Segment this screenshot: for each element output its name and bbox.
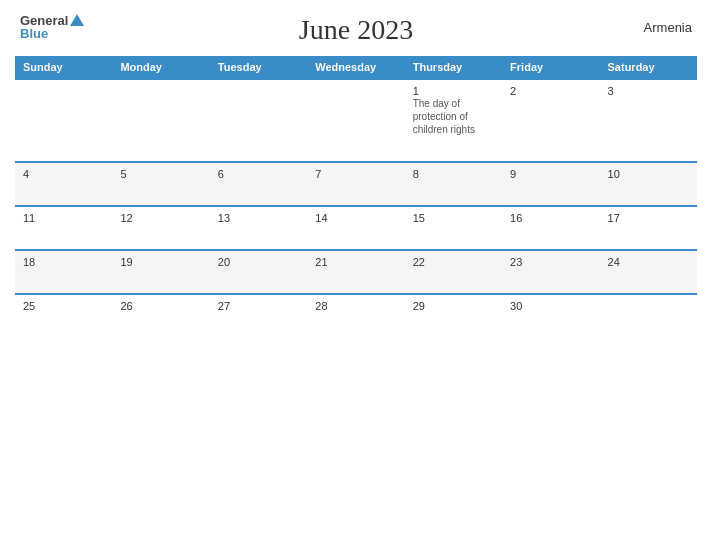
calendar-week-row: 45678910 <box>15 162 697 206</box>
calendar-day-cell: 30 <box>502 294 599 337</box>
header-friday: Friday <box>502 56 599 79</box>
header-tuesday: Tuesday <box>210 56 307 79</box>
day-number: 12 <box>120 212 201 224</box>
calendar-day-cell: 24 <box>600 250 697 294</box>
calendar-day-cell: 2 <box>502 79 599 162</box>
header-saturday: Saturday <box>600 56 697 79</box>
day-number: 25 <box>23 300 104 312</box>
day-number: 26 <box>120 300 201 312</box>
calendar-day-cell: 6 <box>210 162 307 206</box>
calendar-day-cell <box>210 79 307 162</box>
day-number: 4 <box>23 168 104 180</box>
calendar-day-cell <box>600 294 697 337</box>
calendar-week-row: 252627282930 <box>15 294 697 337</box>
calendar-day-cell <box>15 79 112 162</box>
calendar-day-cell: 4 <box>15 162 112 206</box>
calendar-day-cell: 25 <box>15 294 112 337</box>
day-number: 6 <box>218 168 299 180</box>
day-number: 30 <box>510 300 591 312</box>
day-number: 29 <box>413 300 494 312</box>
day-number: 11 <box>23 212 104 224</box>
calendar-day-cell <box>112 79 209 162</box>
logo-blue-text: Blue <box>20 27 84 40</box>
header-sunday: Sunday <box>15 56 112 79</box>
day-number: 8 <box>413 168 494 180</box>
calendar-day-cell: 29 <box>405 294 502 337</box>
calendar-day-cell: 9 <box>502 162 599 206</box>
calendar-day-cell: 14 <box>307 206 404 250</box>
calendar-day-cell: 11 <box>15 206 112 250</box>
day-number: 13 <box>218 212 299 224</box>
calendar-day-cell: 1The day of protection of children right… <box>405 79 502 162</box>
calendar-day-cell: 28 <box>307 294 404 337</box>
calendar-day-cell: 10 <box>600 162 697 206</box>
calendar-day-cell: 27 <box>210 294 307 337</box>
calendar-day-cell: 20 <box>210 250 307 294</box>
day-number: 3 <box>608 85 689 97</box>
day-number: 15 <box>413 212 494 224</box>
calendar-day-cell <box>307 79 404 162</box>
calendar-week-row: 1The day of protection of children right… <box>15 79 697 162</box>
calendar-day-cell: 13 <box>210 206 307 250</box>
day-number: 14 <box>315 212 396 224</box>
day-number: 24 <box>608 256 689 268</box>
weekday-header-row: Sunday Monday Tuesday Wednesday Thursday… <box>15 56 697 79</box>
header-thursday: Thursday <box>405 56 502 79</box>
calendar-title: June 2023 <box>299 14 413 46</box>
day-number: 9 <box>510 168 591 180</box>
header: General Blue June 2023 Armenia <box>0 0 712 56</box>
calendar-week-row: 18192021222324 <box>15 250 697 294</box>
calendar-week-row: 11121314151617 <box>15 206 697 250</box>
calendar-day-cell: 18 <box>15 250 112 294</box>
day-number: 16 <box>510 212 591 224</box>
calendar-day-cell: 19 <box>112 250 209 294</box>
calendar-grid: Sunday Monday Tuesday Wednesday Thursday… <box>0 56 712 347</box>
calendar-day-cell: 15 <box>405 206 502 250</box>
calendar-day-cell: 8 <box>405 162 502 206</box>
day-number: 10 <box>608 168 689 180</box>
day-number: 23 <box>510 256 591 268</box>
day-number: 5 <box>120 168 201 180</box>
day-number: 21 <box>315 256 396 268</box>
header-wednesday: Wednesday <box>307 56 404 79</box>
calendar-page: General Blue June 2023 Armenia Sunday Mo… <box>0 0 712 550</box>
day-number: 19 <box>120 256 201 268</box>
calendar-day-cell: 21 <box>307 250 404 294</box>
day-number: 27 <box>218 300 299 312</box>
day-number: 1 <box>413 85 494 97</box>
day-number: 2 <box>510 85 591 97</box>
calendar-day-cell: 22 <box>405 250 502 294</box>
logo-triangle-icon <box>70 14 84 26</box>
day-number: 20 <box>218 256 299 268</box>
day-number: 28 <box>315 300 396 312</box>
calendar-day-cell: 17 <box>600 206 697 250</box>
logo: General Blue <box>20 14 84 40</box>
calendar-day-cell: 26 <box>112 294 209 337</box>
header-monday: Monday <box>112 56 209 79</box>
calendar-day-cell: 23 <box>502 250 599 294</box>
calendar-day-cell: 3 <box>600 79 697 162</box>
day-number: 17 <box>608 212 689 224</box>
holiday-text: The day of protection of children rights <box>413 98 475 135</box>
country-label: Armenia <box>644 20 692 35</box>
calendar-table: Sunday Monday Tuesday Wednesday Thursday… <box>15 56 697 337</box>
day-number: 22 <box>413 256 494 268</box>
day-number: 7 <box>315 168 396 180</box>
calendar-day-cell: 7 <box>307 162 404 206</box>
day-number: 18 <box>23 256 104 268</box>
calendar-day-cell: 12 <box>112 206 209 250</box>
calendar-day-cell: 16 <box>502 206 599 250</box>
calendar-day-cell: 5 <box>112 162 209 206</box>
